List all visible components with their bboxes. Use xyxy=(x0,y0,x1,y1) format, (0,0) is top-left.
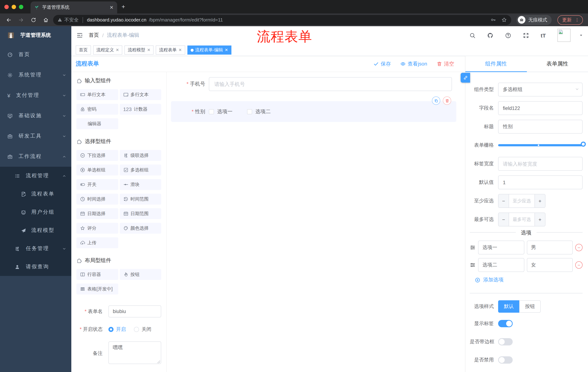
form-grid-slider[interactable] xyxy=(498,144,583,146)
breadcrumb-home[interactable]: 首页 xyxy=(89,32,99,39)
remove-option-button[interactable]: − xyxy=(575,244,583,251)
tag-process-def[interactable]: 流程定义✕ xyxy=(93,45,122,55)
component-type-value[interactable] xyxy=(498,83,583,96)
delete-component-button[interactable] xyxy=(443,96,451,105)
zoom-window-button[interactable] xyxy=(19,5,23,9)
increment-button[interactable]: + xyxy=(535,213,545,226)
tag-close-icon[interactable]: ✕ xyxy=(178,48,182,53)
avatar-caret-icon[interactable] xyxy=(579,33,583,37)
decrement-button[interactable]: − xyxy=(498,213,509,226)
component-chip-table[interactable]: 表格[开发中] xyxy=(76,284,118,295)
checkbox[interactable] xyxy=(247,109,252,114)
font-size-icon[interactable]: tT xyxy=(541,32,546,38)
toggle-switch-show-label[interactable] xyxy=(498,320,513,327)
duplicate-component-button[interactable] xyxy=(432,96,440,105)
back-icon[interactable] xyxy=(4,17,14,23)
clear-button[interactable]: 清空 xyxy=(437,61,454,67)
home-icon[interactable] xyxy=(41,17,51,23)
browser-menu-icon[interactable] xyxy=(575,18,579,22)
increment-button[interactable]: + xyxy=(535,194,545,207)
option-value-input[interactable] xyxy=(527,258,573,272)
field-name-input[interactable] xyxy=(498,101,583,115)
sidebar-item-process-mgmt[interactable]: 流程管理 xyxy=(0,167,71,185)
component-chip-counter[interactable]: 123计数器 xyxy=(119,104,161,115)
drawer-toggle-tab[interactable] xyxy=(461,73,470,83)
component-chip-multi-text[interactable]: 多行文本 xyxy=(119,89,161,100)
component-chip-radio-group[interactable]: 单选框组 xyxy=(76,165,118,175)
github-icon[interactable] xyxy=(487,32,494,38)
component-chip-single-text[interactable]: 单行文本 xyxy=(76,89,118,100)
remove-option-button[interactable]: − xyxy=(575,261,583,269)
close-window-button[interactable] xyxy=(4,5,9,9)
component-chip-row[interactable]: 行容器 xyxy=(76,269,118,280)
tag-close-icon[interactable]: ✕ xyxy=(225,48,228,53)
form-remark-textarea[interactable] xyxy=(108,341,161,364)
form-canvas[interactable]: 手机号 性别 选项一选项二 xyxy=(167,72,465,372)
toggle-switch-bordered[interactable] xyxy=(498,338,513,345)
label-width-input[interactable] xyxy=(498,157,583,171)
component-chip-checkbox-group[interactable]: 多选框组 xyxy=(119,165,161,175)
title-input[interactable] xyxy=(498,120,583,134)
sidebar-item-payment[interactable]: ¥支付管理 xyxy=(0,85,71,106)
option-name-input[interactable] xyxy=(478,241,524,255)
sidebar-item-process-form[interactable]: 流程表单 xyxy=(0,185,71,203)
status-radio-on[interactable] xyxy=(108,327,114,332)
hamburger-icon[interactable] xyxy=(76,32,83,39)
checkbox[interactable] xyxy=(209,109,214,114)
drag-handle-icon[interactable] xyxy=(470,262,476,268)
forward-icon[interactable] xyxy=(16,17,26,23)
drag-handle-icon[interactable] xyxy=(470,244,476,250)
tab-component-props[interactable]: 组件属性 xyxy=(465,56,527,72)
component-chip-color[interactable]: 颜色选择 xyxy=(119,223,161,234)
component-chip-time[interactable]: 时间选择 xyxy=(76,194,118,205)
component-chip-switch[interactable]: 开关 xyxy=(76,179,118,190)
style-option-button[interactable]: 按钮 xyxy=(519,300,541,313)
save-button[interactable]: 保存 xyxy=(374,61,391,67)
component-chip-date-range[interactable]: 日期范围 xyxy=(119,208,161,219)
search-icon[interactable] xyxy=(469,32,476,38)
avatar[interactable] xyxy=(557,29,570,42)
component-chip-upload[interactable]: 上传 xyxy=(76,237,118,248)
sidebar-item-home[interactable]: 首页 xyxy=(0,44,71,65)
option-value-input[interactable] xyxy=(527,241,573,255)
status-radio-off[interactable] xyxy=(134,327,139,332)
gender-field-row-selected[interactable]: 性别 选项一选项二 xyxy=(171,101,456,122)
tab-close-icon[interactable]: ✕ xyxy=(110,5,114,10)
sidebar-item-workflow[interactable]: 工作流程 xyxy=(0,146,71,167)
form-name-input[interactable] xyxy=(108,305,161,317)
help-icon[interactable] xyxy=(505,32,511,38)
toggle-switch-disabled[interactable] xyxy=(498,356,513,364)
decrement-button[interactable]: − xyxy=(498,194,509,207)
component-chip-slider[interactable]: 滑块 xyxy=(119,179,161,190)
component-chip-button[interactable]: 按钮 xyxy=(119,269,161,280)
min-select-stepper[interactable]: − 至少应选 + xyxy=(498,194,546,208)
sidebar-item-user-group[interactable]: 用户分组 xyxy=(0,203,71,221)
component-chip-date[interactable]: 日期选择 xyxy=(76,208,118,219)
view-json-button[interactable]: 查看json xyxy=(400,61,427,67)
component-chip-password[interactable]: 密码 xyxy=(76,104,118,115)
tag-process-form-edit[interactable]: 流程表单-编辑✕ xyxy=(187,45,231,55)
default-value-input[interactable] xyxy=(498,175,583,189)
sidebar-item-process-model[interactable]: 流程模型 xyxy=(0,221,71,240)
browser-tab[interactable]: 芋道管理系统 ✕ xyxy=(31,1,117,13)
component-chip-select[interactable]: 下拉选择 xyxy=(76,150,118,161)
component-chip-rate[interactable]: 评分 xyxy=(76,223,118,234)
phone-input[interactable] xyxy=(209,77,452,91)
address-bar[interactable]: 不安全 dashboard.yudao.iocoder.cn/bpm/manag… xyxy=(53,15,511,25)
sidebar-item-system[interactable]: 系统管理 xyxy=(0,65,71,85)
max-select-stepper[interactable]: − 最多可选 + xyxy=(498,213,546,226)
tag-home[interactable]: 首页 xyxy=(76,45,91,55)
tag-close-icon[interactable]: ✕ xyxy=(116,48,119,53)
tag-close-icon[interactable]: ✕ xyxy=(147,48,150,53)
sidebar-item-devtools[interactable]: 研发工具 xyxy=(0,126,71,146)
add-option-button[interactable]: 添加选项 xyxy=(475,276,583,284)
tag-process-form[interactable]: 流程表单✕ xyxy=(156,45,185,55)
reload-icon[interactable] xyxy=(28,17,39,23)
sidebar-item-leave-query[interactable]: 请假查询 xyxy=(0,258,71,276)
component-chip-editor[interactable]: 编辑器 xyxy=(76,118,118,129)
minimize-window-button[interactable] xyxy=(12,5,16,9)
gender-option-1[interactable]: 选项一 xyxy=(209,108,232,115)
component-type-select[interactable] xyxy=(498,83,583,96)
style-option-default[interactable]: 默认 xyxy=(498,300,519,313)
sidebar-item-task-mgmt[interactable]: 任务管理 xyxy=(0,240,71,258)
